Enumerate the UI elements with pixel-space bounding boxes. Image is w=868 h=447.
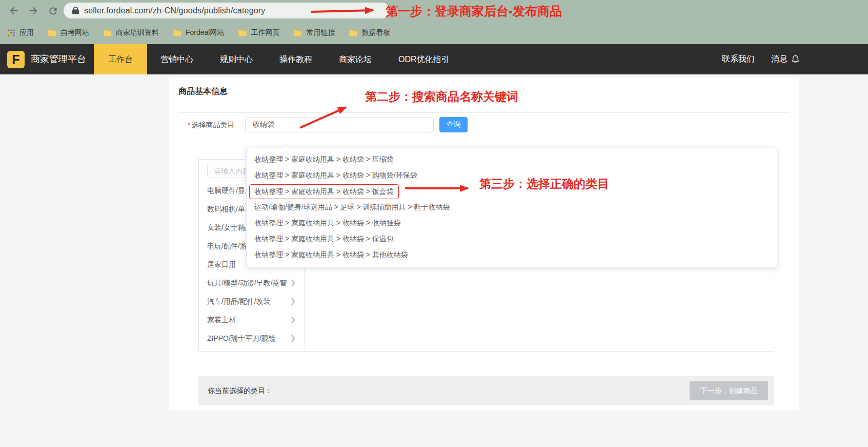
messages-link[interactable]: 消息 [771, 54, 800, 65]
bookmark-item[interactable]: Fordeal网站 [173, 28, 224, 37]
bookmark-item[interactable]: 数据看板 [349, 28, 390, 37]
nav-tab-5[interactable]: 商家论坛 [326, 44, 385, 74]
bookmark-item[interactable]: 常用链接 [293, 28, 335, 37]
suggestion-text: 收纳整理 > 家庭收纳用具 > 收纳袋 > 收纳挂袋 [254, 219, 401, 227]
screen: seller.fordeal.com/zh-CN/goods/publish/c… [0, 0, 868, 447]
category-row[interactable]: 玩具/模型/动漫/早教/益智 ❯ [199, 274, 304, 292]
bookmark-label: 工作网页 [251, 28, 279, 37]
tab-label: 操作教程 [279, 55, 312, 64]
step1-annotation: 第一步：登录商家后台-发布商品 [386, 3, 562, 20]
browser-toolbar: seller.fordeal.com/zh-CN/goods/publish/c… [0, 0, 868, 22]
nav-tab-3[interactable]: 规则中心 [207, 44, 266, 74]
suggestion-item[interactable]: 收纳整理 > 家庭收纳用具 > 收纳袋 > 便当包 [247, 263, 777, 268]
suggestion-text: 运动/瑜伽/健身/球迷用品 > 足球 > 训练辅助用具 > 鞋子收纳袋 [254, 203, 450, 211]
category-row-label: 汽车/用品/配件/改装 [207, 292, 271, 310]
category-form-label: *选择商品类目 [188, 121, 234, 130]
tab-label: 营销中心 [160, 55, 193, 64]
nav-tab-2[interactable]: 营销中心 [147, 44, 207, 74]
bookmark-item[interactable]: 工作网页 [238, 28, 279, 37]
suggestion-text: 收纳整理 > 家庭收纳用具 > 收纳袋 > 压缩袋 [254, 155, 394, 163]
app-navbar: F 商家管理平台 工作台营销中心规则中心操作教程商家论坛ODR优化指引 联系我们… [0, 44, 868, 74]
suggestion-text: 收纳整理 > 家庭收纳用具 > 收纳袋 > 便当包 [254, 266, 394, 268]
nav-tab-1[interactable]: 工作台 [94, 44, 147, 74]
bookmarks-bar: 应用 自考网站 商家培训资料 Fordeal网站 工作网页 常用链接 数据看板 [0, 22, 868, 44]
query-button[interactable]: 查询 [439, 117, 468, 132]
publish-card: 商品基本信息 第二步：搜索商品名称关键词 *选择商品类目 查询 电脑硬件/显示器… [169, 77, 799, 411]
category-row[interactable]: 家装主材 ❯ [199, 310, 304, 329]
required-asterisk: * [188, 121, 190, 129]
step2-annotation: 第二步：搜索商品名称关键词 [365, 89, 518, 105]
step3-annotation: 第三步：选择正确的类目 [479, 176, 609, 192]
nav-tab-4[interactable]: 操作教程 [266, 44, 326, 74]
category-row-label: 玩具/模型/动漫/早教/益智 [207, 274, 287, 292]
bookmark-label: 常用链接 [306, 28, 335, 37]
chevron-right-icon: ❯ [290, 274, 296, 292]
folder-icon [173, 29, 181, 36]
suggestion-text: 收纳整理 > 家庭收纳用具 > 收纳袋 > 保温包 [254, 235, 394, 243]
suggestion-text: 收纳整理 > 家庭收纳用具 > 收纳袋 > 购物袋/环保袋 [254, 171, 417, 179]
step2-arrow [296, 100, 362, 132]
forward-icon[interactable] [27, 4, 40, 17]
bookmark-item[interactable]: 商家培训资料 [103, 28, 159, 37]
suggestion-item[interactable]: 收纳整理 > 家庭收纳用具 > 收纳袋 > 收纳挂袋 [247, 215, 777, 231]
category-row-label: 家装主材 [207, 310, 236, 329]
bookmark-label: 应用 [19, 28, 34, 37]
back-icon[interactable] [7, 4, 21, 17]
tab-label: ODR优化指引 [398, 55, 450, 64]
brand-title: 商家管理平台 [31, 44, 86, 74]
folder-icon [349, 29, 357, 36]
category-row-label: 居家日用 [207, 255, 236, 274]
suggestion-item[interactable]: 运动/瑜伽/健身/球迷用品 > 足球 > 训练辅助用具 > 鞋子收纳袋 [247, 199, 777, 215]
page-title: 商品基本信息 [178, 86, 228, 97]
bookmark-item[interactable]: 应用 [7, 28, 34, 37]
folder-icon [103, 29, 112, 36]
nav-tabs: 工作台营销中心规则中心操作教程商家论坛ODR优化指引 [94, 44, 463, 74]
bookmark-label: 自考网站 [60, 28, 89, 37]
step3-arrow [402, 180, 479, 197]
selected-category-label: 你当前选择的类目： [208, 376, 272, 405]
folder-icon [238, 29, 247, 36]
bookmark-label: Fordeal网站 [186, 28, 224, 37]
category-row[interactable]: 汽车/用品/配件/改装 ❯ [199, 292, 304, 310]
lock-icon [72, 7, 79, 14]
suggestion-item[interactable]: 收纳整理 > 家庭收纳用具 > 收纳袋 > 保温包 [247, 231, 777, 247]
chevron-right-icon: ❯ [290, 329, 296, 347]
selection-footer: 你当前选择的类目： 下一步，创建商品 [198, 376, 774, 405]
tab-label: 规则中心 [220, 55, 253, 64]
category-row-label: ZIPPO/瑞士军刀/眼镜 [207, 329, 276, 347]
category-row-label: 女装/女士精品 [207, 218, 252, 237]
apps-grid-icon [7, 29, 15, 37]
title-divider [178, 112, 790, 113]
next-create-product-button[interactable]: 下一步，创建商品 [690, 381, 768, 400]
nav-tab-6[interactable]: ODR优化指引 [385, 44, 463, 74]
reload-icon[interactable] [46, 4, 59, 17]
tab-label: 商家论坛 [339, 55, 372, 64]
contact-us-link[interactable]: 联系我们 [722, 54, 755, 65]
suggestion-dropdown: 收纳整理 > 家庭收纳用具 > 收纳袋 > 压缩袋 收纳整理 > 家庭收纳用具 … [246, 148, 777, 268]
fordeal-logo: F [7, 51, 25, 68]
step1-arrow [307, 5, 385, 16]
folder-icon [48, 29, 56, 36]
category-row[interactable]: ZIPPO/瑞士军刀/眼镜 ❯ [199, 329, 304, 347]
tab-label: 工作台 [108, 55, 133, 64]
suggestion-item[interactable]: 收纳整理 > 家庭收纳用具 > 收纳袋 > 压缩袋 [247, 151, 777, 167]
suggestion-text: 收纳整理 > 家庭收纳用具 > 收纳袋 > 饭盒袋 [249, 184, 399, 199]
bell-icon [791, 54, 800, 64]
bookmark-label: 数据看板 [361, 28, 390, 37]
folder-icon [293, 29, 302, 36]
bookmark-item[interactable]: 自考网站 [48, 28, 89, 37]
chevron-right-icon: ❯ [290, 292, 296, 310]
suggestion-item[interactable]: 收纳整理 > 家庭收纳用具 > 收纳袋 > 其他收纳袋 [247, 247, 777, 263]
chevron-right-icon: ❯ [290, 310, 296, 329]
messages-label: 消息 [771, 54, 788, 65]
url-text: seller.fordeal.com/zh-CN/goods/publish/c… [84, 6, 266, 15]
suggestion-text: 收纳整理 > 家庭收纳用具 > 收纳袋 > 其他收纳袋 [254, 250, 408, 259]
bookmark-label: 商家培训资料 [116, 28, 159, 37]
